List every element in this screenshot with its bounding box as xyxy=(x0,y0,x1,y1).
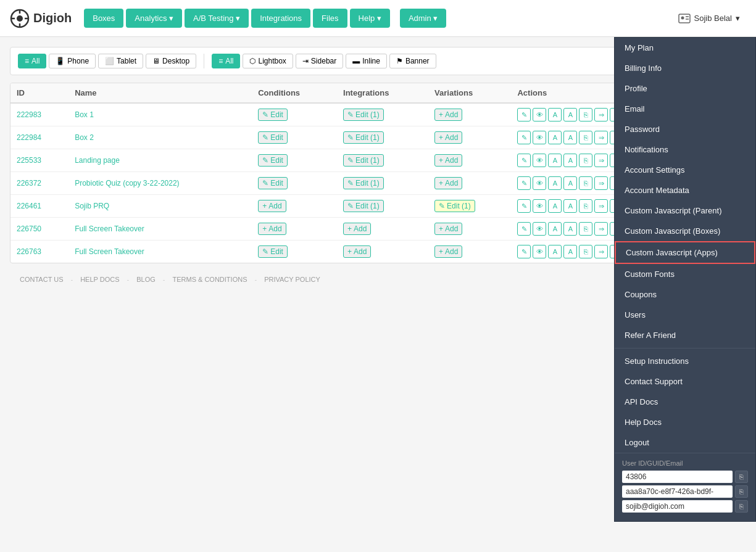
text-icon-btn[interactable]: A xyxy=(563,176,577,190)
footer-terms[interactable]: TERMS & CONDITIONS xyxy=(172,276,247,283)
text-icon-btn[interactable]: A xyxy=(563,245,577,258)
edit-btn[interactable]: ✎ Edit xyxy=(258,131,288,144)
copy-icon-btn[interactable]: ⎘ xyxy=(579,222,592,236)
edit-icon-btn[interactable]: ✎ xyxy=(517,108,531,122)
font-icon-btn[interactable]: A xyxy=(548,176,562,190)
row-id-link[interactable]: 226763 xyxy=(17,247,41,256)
view-icon-btn[interactable]: 👁 xyxy=(533,154,546,167)
row-name-link[interactable]: Full Screen Takeover xyxy=(75,247,144,256)
filter-lightbox[interactable]: ⬡ Lightbox xyxy=(243,54,293,68)
add-btn[interactable]: + Add xyxy=(258,200,286,212)
copy-icon-btn[interactable]: ⎘ xyxy=(579,108,592,122)
view-icon-btn[interactable]: 👁 xyxy=(533,131,546,144)
filter-desktop[interactable]: 🖥 Desktop xyxy=(146,54,196,68)
font-icon-btn[interactable]: A xyxy=(548,154,562,167)
add-btn[interactable]: + Add xyxy=(434,131,462,144)
nav-integrations[interactable]: Integrations xyxy=(251,9,310,28)
menu-item-profile[interactable]: Profile xyxy=(615,78,755,99)
edit-btn[interactable]: ✎ Edit (1) xyxy=(343,177,384,189)
filter-tablet[interactable]: ⬜ Tablet xyxy=(98,54,143,68)
row-name-link[interactable]: Box 1 xyxy=(75,110,94,119)
add-btn[interactable]: + Add xyxy=(434,109,462,121)
edit-icon-btn[interactable]: ✎ xyxy=(517,176,531,190)
copy-icon-btn[interactable]: ⎘ xyxy=(579,131,592,144)
row-name-link[interactable]: Probiotic Quiz (copy 3-22-2022) xyxy=(75,179,179,187)
menu-item-custom-js-boxes[interactable]: Custom Javascript (Boxes) xyxy=(615,221,755,241)
add-btn[interactable]: + Add xyxy=(434,223,462,235)
text-icon-btn[interactable]: A xyxy=(563,199,577,213)
share-icon-btn[interactable]: ⇒ xyxy=(594,245,608,258)
menu-item-notifications[interactable]: Notifications xyxy=(615,139,755,160)
share-icon-btn[interactable]: ⇒ xyxy=(594,108,608,122)
text-icon-btn[interactable]: A xyxy=(563,131,577,144)
menu-item-custom-fonts[interactable]: Custom Fonts xyxy=(615,264,755,284)
font-icon-btn[interactable]: A xyxy=(548,222,562,236)
copy-icon-btn[interactable]: ⎘ xyxy=(579,154,592,167)
menu-item-password[interactable]: Password xyxy=(615,119,755,139)
row-name-link[interactable]: Sojib PRQ xyxy=(75,202,109,210)
nav-help[interactable]: Help ▾ xyxy=(350,9,390,28)
row-id-link[interactable]: 226750 xyxy=(17,225,41,233)
menu-item-coupons[interactable]: Coupons xyxy=(615,284,755,305)
edit-icon-btn[interactable]: ✎ xyxy=(517,222,531,236)
filter-phone[interactable]: 📱 Phone xyxy=(49,54,96,68)
footer-contact-us[interactable]: CONTACT US xyxy=(20,276,64,283)
row-id-link[interactable]: 225533 xyxy=(17,156,41,165)
row-name-link[interactable]: Box 2 xyxy=(75,133,94,142)
edit-btn[interactable]: ✎ Edit xyxy=(258,177,288,189)
nav-analytics[interactable]: Analytics ▾ xyxy=(126,9,182,28)
edit-btn[interactable]: ✎ Edit xyxy=(258,109,288,121)
filter-all-device[interactable]: ≡ All xyxy=(18,54,46,68)
copy-icon-btn[interactable]: ⎘ xyxy=(579,176,592,190)
share-icon-btn[interactable]: ⇒ xyxy=(594,154,608,167)
share-icon-btn[interactable]: ⇒ xyxy=(594,222,608,236)
menu-item-custom-js-apps[interactable]: Custom Javascript (Apps) xyxy=(615,241,755,264)
footer-blog[interactable]: BLOG xyxy=(136,276,156,283)
edit-btn[interactable]: ✎ Edit (1) xyxy=(343,154,384,167)
footer-help-docs[interactable]: HELP DOCS xyxy=(80,276,119,283)
filter-sidebar[interactable]: ⇥ Sidebar xyxy=(296,54,343,68)
view-icon-btn[interactable]: 👁 xyxy=(533,222,546,236)
edit-btn[interactable]: ✎ Edit (1) xyxy=(343,200,384,212)
edit-icon-btn[interactable]: ✎ xyxy=(517,131,531,144)
copy-icon-btn[interactable]: ⎘ xyxy=(579,199,592,213)
menu-item-my-plan[interactable]: My Plan xyxy=(615,38,755,58)
footer-privacy[interactable]: PRIVACY POLICY xyxy=(264,276,320,283)
add-btn[interactable]: + Add xyxy=(343,245,371,258)
share-icon-btn[interactable]: ⇒ xyxy=(594,176,608,190)
add-btn[interactable]: + Add xyxy=(258,223,286,235)
text-icon-btn[interactable]: A xyxy=(563,108,577,122)
share-icon-btn[interactable]: ⇒ xyxy=(594,131,608,144)
row-id-link[interactable]: 226372 xyxy=(17,179,41,187)
text-icon-btn[interactable]: A xyxy=(563,222,577,236)
row-id-link[interactable]: 222984 xyxy=(17,133,41,142)
nav-ab-testing[interactable]: A/B Testing ▾ xyxy=(185,9,249,28)
add-btn[interactable]: + Add xyxy=(434,154,462,167)
copy-icon-btn[interactable]: ⎘ xyxy=(579,245,592,258)
add-btn[interactable]: + Add xyxy=(434,177,462,189)
edit-btn[interactable]: ✎ Edit xyxy=(258,154,288,167)
font-icon-btn[interactable]: A xyxy=(548,131,562,144)
filter-inline[interactable]: ▬ Inline xyxy=(346,54,387,68)
font-icon-btn[interactable]: A xyxy=(548,245,562,258)
menu-item-users[interactable]: Users xyxy=(615,305,755,305)
menu-item-custom-js-parent[interactable]: Custom Javascript (Parent) xyxy=(615,200,755,221)
row-id-link[interactable]: 222983 xyxy=(17,110,41,119)
nav-boxes[interactable]: Boxes xyxy=(84,9,123,28)
text-icon-btn[interactable]: A xyxy=(563,154,577,167)
edit-yellow-btn[interactable]: ✎ Edit (1) xyxy=(434,200,475,212)
edit-btn[interactable]: ✎ Edit xyxy=(258,245,288,258)
view-icon-btn[interactable]: 👁 xyxy=(533,108,546,122)
row-name-link[interactable]: Full Screen Takeover xyxy=(75,225,144,233)
menu-item-email[interactable]: Email xyxy=(615,99,755,119)
edit-btn[interactable]: ✎ Edit (1) xyxy=(343,131,384,144)
edit-icon-btn[interactable]: ✎ xyxy=(517,154,531,167)
logo[interactable]: Digioh xyxy=(10,9,72,28)
menu-item-account-settings[interactable]: Account Settings xyxy=(615,160,755,180)
add-btn[interactable]: + Add xyxy=(434,245,462,258)
nav-files[interactable]: Files xyxy=(313,9,347,28)
edit-btn[interactable]: ✎ Edit (1) xyxy=(343,109,384,121)
font-icon-btn[interactable]: A xyxy=(548,199,562,213)
view-icon-btn[interactable]: 👁 xyxy=(533,199,546,213)
edit-icon-btn[interactable]: ✎ xyxy=(517,245,531,258)
